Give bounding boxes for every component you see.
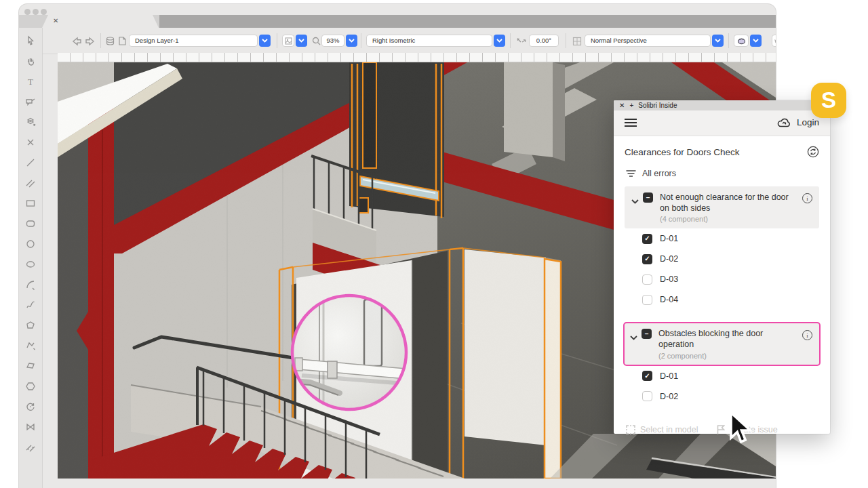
check-title: Clearances for Doors Check [625,147,740,157]
tool-freehand[interactable] [24,299,37,311]
tool-palette: T [19,28,43,488]
component-checkbox[interactable] [642,391,652,401]
filter-label: All errors [642,169,676,178]
zoom-level-chevron[interactable] [346,35,357,47]
view-dropdown-chevron[interactable] [494,35,505,47]
solibri-logo: S [811,83,846,118]
filter-icon[interactable] [626,170,636,178]
close-panel-icon[interactable]: ✕ [619,102,625,109]
tab-bar: ✕ [19,15,776,28]
component-checkbox[interactable]: ✓ [642,254,652,264]
divider [277,33,277,48]
group-title: Obstacles blocking the door operation [658,329,794,350]
document-tab[interactable]: ✕ [42,15,159,28]
tool-rotate[interactable] [24,401,37,413]
zoom-window-button[interactable] [41,9,47,15]
tool-rectangle[interactable] [24,197,37,209]
view-dropdown[interactable]: Right Isometric [366,35,492,47]
component-checkbox[interactable] [642,274,652,285]
tool-arc[interactable] [24,279,37,291]
component-label: D-02 [660,392,678,401]
zoom-level-field[interactable]: 93% [321,35,344,47]
chevron-down-icon[interactable] [630,331,637,343]
login-button[interactable]: Login [776,117,819,128]
menu-icon[interactable] [625,119,637,127]
tool-shape[interactable] [24,360,37,372]
component-label: D-04 [660,295,678,304]
check-groups: –Not enough clearance for the door on bo… [614,186,830,407]
divider [728,33,729,48]
close-tab-icon[interactable]: ✕ [53,17,58,25]
chevron-down-icon[interactable] [631,195,639,207]
panel-tab-title: Solibri Inside [638,102,677,109]
tool-polygon[interactable] [24,319,37,331]
component-checkbox[interactable]: ✓ [642,371,652,381]
titlebar [19,4,776,15]
component-row: ✓D-02 [614,249,830,269]
tool-rounded-rectangle[interactable] [24,218,37,230]
info-icon[interactable]: i [802,193,812,203]
tool-offset[interactable] [24,441,37,453]
projection-dropdown-chevron[interactable] [712,35,724,47]
component-label: D-01 [660,371,678,381]
screen: ✕ Design Layer-1 93% [0,0,868,488]
rotation-icon [515,35,527,47]
add-panel-icon[interactable]: + [629,102,633,109]
tool-double-line[interactable] [24,177,37,189]
solibri-panel-tab[interactable]: ✕ + Solibri Inside [614,100,830,110]
component-checkbox[interactable] [642,295,652,305]
layer-dropdown-chevron[interactable] [259,35,271,47]
tool-text[interactable]: T [24,75,37,87]
glasses-button[interactable] [772,35,776,47]
divider [100,33,101,48]
error-group[interactable]: –Not enough clearance for the door on bo… [625,186,819,228]
layers-stack-icon[interactable] [104,35,116,47]
close-window-button[interactable] [24,9,31,15]
back-icon[interactable] [71,35,82,47]
component-row: D-02 [614,386,830,407]
render-mode-button[interactable] [734,35,749,47]
saved-view-chevron[interactable] [296,35,307,47]
render-mode-chevron[interactable] [750,35,762,47]
tool-extrude[interactable] [24,116,37,128]
minimize-window-button[interactable] [33,9,39,15]
component-row: D-03 [614,269,830,289]
select-in-model-icon [626,425,635,434]
component-checkbox[interactable]: ✓ [642,234,652,244]
svg-text:T: T [28,77,33,87]
forward-icon[interactable] [84,35,96,47]
component-label: D-03 [660,274,678,284]
flag-icon [717,425,725,434]
tool-pan[interactable] [24,55,37,67]
component-row: ✓D-01 [614,228,830,249]
layer-dropdown[interactable]: Design Layer-1 [129,35,258,47]
group-checkbox[interactable]: – [642,329,652,339]
tool-delete[interactable] [24,136,37,148]
divider [566,33,566,48]
solibri-panel-body: Clearances for Doors Check All errors –N… [614,146,830,444]
solibri-panel-header: Login [614,110,830,136]
tool-circle[interactable] [24,238,37,250]
select-in-model-button[interactable]: Select in model [626,425,698,434]
error-group[interactable]: –Obstacles blocking the door operation(2… [623,322,821,365]
saved-view-button[interactable] [282,35,294,47]
angle-field[interactable]: 0.00° [529,35,559,47]
tool-callout[interactable] [24,96,37,108]
tool-ellipse[interactable] [24,258,37,270]
tool-regular-polygon[interactable] [24,380,37,392]
tool-mirror[interactable] [24,421,37,433]
projection-dropdown[interactable]: Normal Perspective [585,35,711,47]
zoom-magnifier-icon [311,35,322,47]
info-icon[interactable]: i [802,330,812,340]
divider [361,33,361,48]
sheet-icon[interactable] [117,35,128,47]
tool-polyline[interactable] [24,340,37,352]
group-checkbox[interactable]: – [643,192,653,203]
tool-line[interactable] [24,157,37,169]
toolbar: Design Layer-1 93% Right Isometric 0.00° [42,28,776,54]
sync-icon[interactable] [807,146,819,158]
tool-selection[interactable] [24,35,37,47]
divider [510,33,511,48]
component-label: D-01 [660,234,678,243]
cloud-sync-icon [776,117,791,128]
